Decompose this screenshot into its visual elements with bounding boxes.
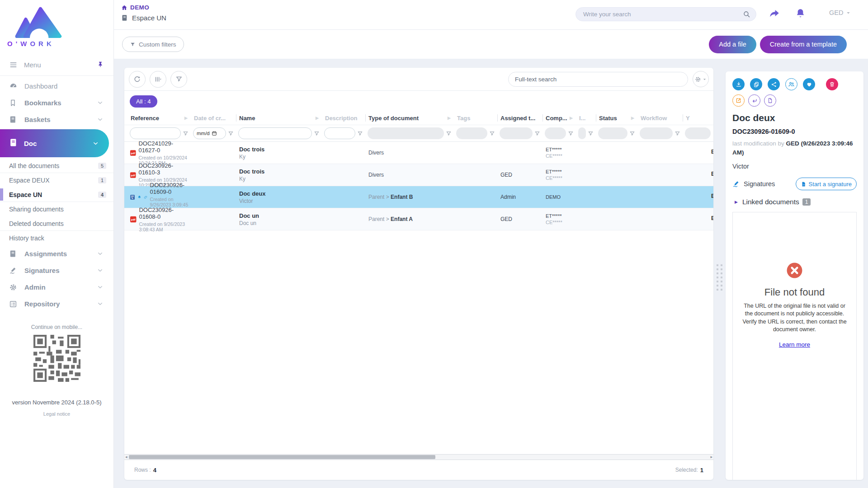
sidebar-item-dashboard[interactable]: Dashboard (0, 78, 113, 94)
table-row[interactable]: pdf DOC230926-01610-3Created on 10/29/20… (124, 164, 713, 186)
file-error-message: The URL of the original file is not vali… (740, 302, 849, 333)
sidebar-item-admin[interactable]: Admin (0, 279, 113, 296)
learn-more-link[interactable]: Learn more (779, 341, 810, 348)
favorite-button[interactable] (803, 78, 815, 90)
gauge-icon (9, 82, 18, 90)
share-shortcut-icon[interactable] (769, 8, 780, 21)
start-signature-button[interactable]: Start a signature (796, 178, 857, 190)
add-file-button[interactable]: Add a file (709, 36, 756, 53)
sidebar-item-history-track[interactable]: History track (0, 231, 113, 245)
column-header-workflow[interactable]: Workflow (638, 111, 683, 125)
table-row[interactable]: pdf DOC241029-01627-0Created on 10/29/20… (124, 142, 713, 164)
filter-select-i[interactable] (578, 127, 586, 139)
funnel-icon[interactable] (489, 131, 495, 136)
funnel-icon[interactable] (183, 131, 189, 136)
breadcrumb-current[interactable]: Espace UN (121, 14, 166, 22)
tab-all[interactable]: All : 4 (130, 95, 157, 108)
search-icon[interactable] (743, 10, 750, 18)
column-header-type[interactable]: Type of document▶ (366, 111, 454, 125)
filter-select-company[interactable] (545, 127, 566, 139)
filter-select-status[interactable] (598, 127, 627, 139)
column-header-name[interactable]: Name▶ (236, 111, 322, 125)
filter-select-clipped[interactable] (685, 127, 711, 139)
filter-select-assigned[interactable] (500, 127, 533, 139)
sidebar-item-espace-un[interactable]: Espace UN 4 (0, 188, 113, 202)
download-button[interactable] (732, 78, 745, 90)
document-actions-row2 (732, 94, 857, 107)
sidebar-item-sharing-documents[interactable]: Sharing documents (0, 202, 113, 216)
sidebar-item-baskets[interactable]: Baskets (0, 111, 113, 128)
document-subtitle: Ky (239, 176, 322, 182)
detail-author: Victor (732, 163, 857, 170)
sidebar-item-bookmarks[interactable]: Bookmarks (0, 94, 113, 111)
horizontal-scrollbar[interactable]: ◂ ▸ (124, 454, 713, 460)
filter-select-type[interactable] (368, 127, 444, 139)
documents-table-card: All : 4 Reference▶ Date of cr... Name▶ D… (124, 68, 713, 480)
permissions-button[interactable] (785, 78, 797, 90)
bookmark-icon (9, 99, 18, 107)
filter-input-reference[interactable] (130, 127, 181, 139)
sidebar-item-label: Baskets (24, 116, 51, 123)
filter-select-tags[interactable] (456, 127, 487, 139)
column-header-assigned-to[interactable]: Assigned t... (498, 111, 543, 125)
user-menu[interactable]: GED (829, 9, 851, 16)
column-header-company[interactable]: Comp...▶ (543, 111, 576, 125)
breadcrumb-root[interactable]: DEMO (121, 4, 166, 11)
sidebar-item-all-documents[interactable]: All the documents 5 (0, 159, 113, 173)
fulltext-search-input[interactable] (515, 76, 681, 83)
global-search-input[interactable] (583, 11, 743, 18)
filter-input-description[interactable] (324, 127, 355, 139)
funnel-icon[interactable] (534, 131, 540, 136)
filter-input-name[interactable] (238, 127, 312, 139)
funnel-icon[interactable] (588, 131, 594, 136)
table-row-selected[interactable]: w DOC230926-01609-0Created on 9/26/2023 … (124, 186, 713, 208)
panel-resize-handle[interactable] (717, 264, 722, 291)
linked-documents-toggle[interactable]: ▶ Linked documents 1 (732, 198, 857, 206)
filter-select-workflow[interactable] (640, 127, 673, 139)
table-settings-button[interactable] (693, 71, 709, 87)
column-header-status[interactable]: Status▶ (596, 111, 638, 125)
funnel-icon[interactable] (357, 131, 363, 136)
word-doc-icon: w (130, 192, 135, 202)
return-button[interactable] (748, 94, 760, 107)
columns-button[interactable] (150, 71, 166, 88)
notifications-bell-icon[interactable] (795, 8, 806, 21)
sidebar-item-assignments[interactable]: Assignments (0, 245, 113, 262)
document-preview-button[interactable] (764, 94, 776, 107)
funnel-icon[interactable] (446, 131, 452, 136)
funnel-icon[interactable] (629, 131, 635, 136)
scroll-left-arrow[interactable]: ◂ (125, 455, 127, 460)
column-header-description[interactable]: Description (322, 111, 366, 125)
sidebar-item-repository[interactable]: Repository (0, 296, 113, 312)
filter-button[interactable] (170, 71, 187, 88)
duplicate-button[interactable] (750, 78, 762, 90)
table-row[interactable]: pdf DOC230926-01608-0Created on 9/26/202… (124, 208, 713, 230)
column-header-tags[interactable]: Tags (454, 111, 498, 125)
pin-sidebar-icon[interactable] (97, 61, 104, 69)
column-header-i[interactable]: I... (576, 111, 596, 125)
legal-notice-link[interactable]: Legal notice (0, 411, 113, 417)
refresh-button[interactable] (129, 71, 146, 88)
column-header-date-of-creation[interactable]: Date of cr... (191, 111, 236, 125)
create-from-template-button[interactable]: Create from a template (760, 36, 847, 53)
sidebar-item-signatures[interactable]: Signatures (0, 262, 113, 279)
column-header-clipped[interactable]: Y (683, 111, 713, 125)
column-header-reference[interactable]: Reference▶ (128, 111, 191, 125)
share-button[interactable] (768, 78, 780, 90)
sidebar-item-espace-deux[interactable]: Espace DEUX 1 (0, 173, 113, 188)
open-external-button[interactable] (732, 94, 745, 107)
delete-button[interactable] (826, 78, 838, 90)
scroll-right-arrow[interactable]: ▸ (710, 455, 712, 460)
menu-toggle[interactable]: Menu (0, 56, 113, 74)
custom-filters-button[interactable]: Custom filters (122, 37, 184, 52)
scrollbar-thumb[interactable] (129, 455, 435, 459)
sidebar-item-deleted-documents[interactable]: Deleted documents (0, 216, 113, 231)
funnel-icon[interactable] (228, 131, 234, 136)
funnel-icon[interactable] (314, 131, 320, 136)
funnel-icon[interactable] (675, 131, 680, 136)
sidebar-item-doc[interactable]: Doc (0, 129, 109, 157)
breadcrumb-current-label: Espace UN (132, 14, 166, 22)
funnel-icon[interactable] (568, 131, 574, 136)
filter-input-date[interactable]: mm/d (193, 127, 226, 139)
list-icon (9, 300, 18, 308)
